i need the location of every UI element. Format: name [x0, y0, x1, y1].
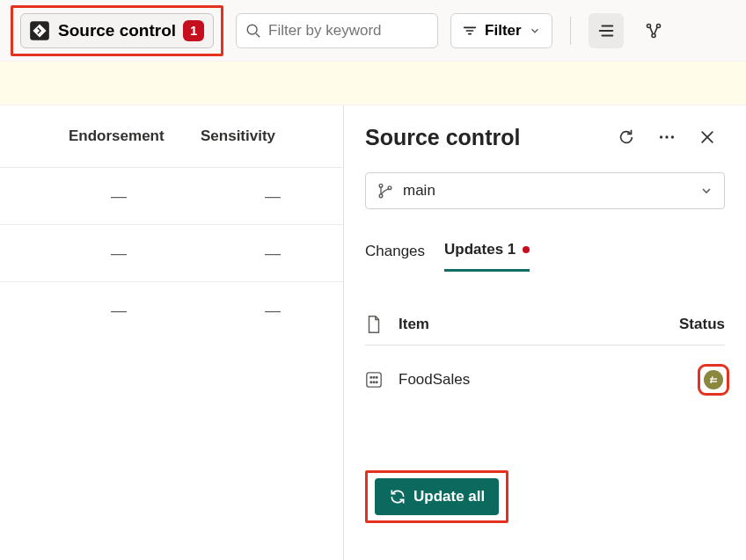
- status-highlight: [702, 368, 725, 391]
- table-row[interactable]: — —: [0, 281, 343, 338]
- source-control-panel: Source control: [344, 105, 746, 560]
- tab-changes-label: Changes: [365, 243, 425, 260]
- chevron-down-icon: [699, 184, 713, 198]
- header-item-label: Item: [399, 316, 429, 333]
- workspace-table: Endorsement Sensitivity — — — — — —: [0, 105, 344, 560]
- svg-point-19: [388, 186, 391, 190]
- filter-icon: [462, 23, 478, 39]
- svg-point-22: [373, 376, 375, 378]
- refresh-button[interactable]: [609, 120, 644, 155]
- source-control-highlight: Source control 1: [11, 5, 223, 56]
- svg-point-17: [379, 184, 383, 187]
- svg-point-13: [665, 135, 668, 138]
- lineage-view-button[interactable]: [636, 13, 671, 48]
- main-area: Endorsement Sensitivity — — — — — — Sour…: [0, 105, 746, 560]
- panel-tabs: Changes Updates 1: [365, 236, 725, 273]
- cell-endorsement: —: [44, 187, 194, 206]
- source-control-label: Source control: [58, 21, 176, 40]
- tab-updates[interactable]: Updates 1: [444, 236, 530, 272]
- svg-line-2: [256, 33, 260, 37]
- header-status-label: Status: [679, 316, 725, 333]
- table-header-row: Endorsement Sensitivity: [0, 105, 343, 167]
- filter-button[interactable]: Filter: [450, 13, 552, 48]
- cell-endorsement: —: [44, 302, 194, 320]
- cell-endorsement: —: [44, 244, 194, 263]
- cell-sensitivity: —: [194, 302, 317, 320]
- notification-ribbon: [0, 62, 746, 105]
- lineage-icon: [644, 21, 663, 40]
- source-control-icon: [28, 19, 51, 42]
- svg-line-29: [711, 376, 713, 383]
- file-icon: [365, 315, 383, 334]
- svg-point-14: [671, 135, 674, 138]
- refresh-icon: [617, 127, 636, 147]
- source-control-badge: 1: [183, 20, 204, 41]
- svg-point-18: [379, 194, 383, 198]
- top-toolbar: Source control 1 Filter: [0, 0, 746, 62]
- updates-list-header: Item Status: [365, 315, 725, 345]
- update-item-name: FoodSales: [399, 371, 470, 389]
- cell-sensitivity: —: [194, 244, 317, 263]
- sync-icon: [389, 488, 406, 505]
- table-row[interactable]: — —: [0, 167, 343, 224]
- filter-keyword-search[interactable]: [236, 13, 438, 48]
- svg-point-1: [247, 25, 257, 34]
- panel-header: Source control: [365, 120, 725, 155]
- svg-point-26: [376, 382, 377, 383]
- svg-rect-20: [367, 373, 381, 387]
- tab-updates-label: Updates 1: [444, 241, 516, 258]
- svg-point-12: [660, 135, 662, 138]
- more-options-button[interactable]: [649, 120, 684, 155]
- update-item-row[interactable]: FoodSales: [365, 345, 725, 414]
- filter-keyword-input[interactable]: [268, 22, 428, 40]
- table-row[interactable]: — —: [0, 224, 343, 281]
- updates-indicator-dot: [523, 246, 530, 253]
- close-panel-button[interactable]: [690, 120, 725, 155]
- svg-point-25: [373, 382, 375, 383]
- cell-sensitivity: —: [194, 187, 317, 206]
- status-conflict-icon: [704, 370, 723, 389]
- update-all-button[interactable]: Update all: [375, 478, 499, 515]
- svg-point-21: [370, 376, 372, 378]
- close-icon: [698, 128, 716, 146]
- column-header-sensitivity[interactable]: Sensitivity: [194, 127, 317, 145]
- toolbar-divider: [570, 17, 571, 45]
- more-horizontal-icon: [657, 127, 677, 147]
- dataset-icon: [365, 371, 383, 389]
- source-control-button[interactable]: Source control 1: [20, 13, 214, 48]
- chevron-down-icon: [529, 25, 541, 37]
- branch-name: main: [403, 182, 435, 200]
- svg-point-24: [370, 382, 372, 383]
- list-view-button[interactable]: [589, 13, 624, 48]
- column-header-endorsement[interactable]: Endorsement: [44, 127, 194, 145]
- update-all-label: Update all: [413, 488, 485, 505]
- svg-point-11: [652, 33, 655, 37]
- branch-icon: [377, 182, 394, 200]
- panel-actions: [609, 120, 725, 155]
- svg-point-23: [376, 376, 377, 378]
- panel-title: Source control: [365, 125, 520, 150]
- branch-selector[interactable]: main: [365, 172, 725, 209]
- list-view-icon: [596, 21, 616, 40]
- filter-label: Filter: [485, 22, 522, 40]
- search-icon: [245, 23, 261, 39]
- tab-changes[interactable]: Changes: [365, 236, 425, 272]
- update-all-highlight: Update all: [365, 470, 508, 523]
